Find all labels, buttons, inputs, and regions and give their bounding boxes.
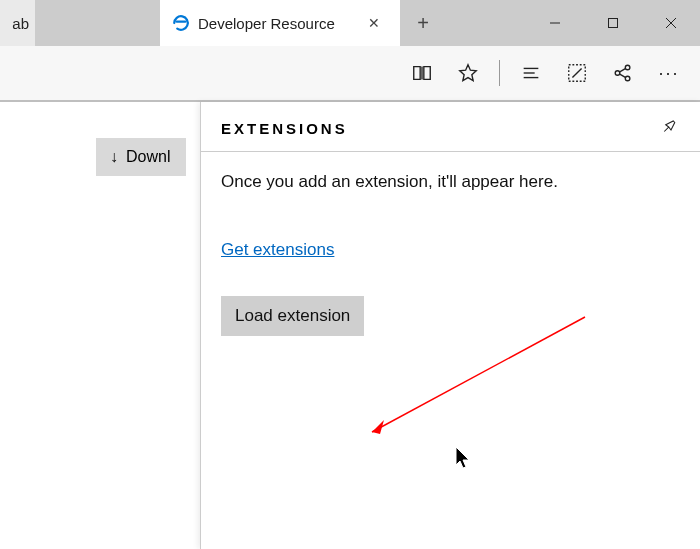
book-icon [411,62,433,84]
extensions-panel: EXTENSIONS Once you add an extension, it… [200,102,700,549]
window-controls [526,0,700,46]
download-icon: ↓ [110,148,118,166]
pin-icon [662,118,680,136]
more-icon: ··· [658,63,679,84]
hub-icon [520,62,542,84]
web-note-button[interactable] [556,52,598,94]
panel-body: Once you add an extension, it'll appear … [201,152,700,356]
download-button[interactable]: ↓ Downl [96,138,186,176]
maximize-icon [607,17,619,29]
tab-active[interactable]: Developer Resource ✕ [160,0,400,46]
new-tab-button[interactable]: + [400,0,446,46]
toolbar: ··· [0,46,700,100]
tab-gap [35,0,160,46]
tab-active-title: Developer Resource [198,15,352,32]
svg-rect-1 [609,19,618,28]
titlebar-spacer [446,0,526,46]
panel-header: EXTENSIONS [201,102,700,152]
minimize-button[interactable] [526,0,584,46]
download-label: Downl [126,148,170,166]
maximize-button[interactable] [584,0,642,46]
content-area: ↓ Downl EXTENSIONS Once you add an exten… [0,100,700,549]
close-icon [665,17,677,29]
star-icon [457,62,479,84]
get-extensions-link[interactable]: Get extensions [221,240,334,260]
share-icon [612,62,634,84]
favorites-button[interactable] [447,52,489,94]
reading-view-button[interactable] [401,52,443,94]
toolbar-divider [499,60,500,86]
hub-button[interactable] [510,52,552,94]
edge-logo-icon [172,14,190,32]
svg-line-11 [619,68,625,72]
share-button[interactable] [602,52,644,94]
load-extension-button[interactable]: Load extension [221,296,364,336]
more-button[interactable]: ··· [648,52,690,94]
tab-partial-label: ab [12,15,29,32]
svg-point-10 [625,76,630,81]
panel-title: EXTENSIONS [221,120,348,137]
svg-point-9 [625,65,630,70]
pen-icon [566,62,588,84]
close-window-button[interactable] [642,0,700,46]
plus-icon: + [417,12,429,35]
pin-button[interactable] [662,118,680,139]
minimize-icon [549,17,561,29]
svg-point-8 [615,71,620,76]
tab-close-icon[interactable]: ✕ [360,15,388,31]
titlebar: ab Developer Resource ✕ + [0,0,700,46]
svg-line-12 [619,74,625,78]
panel-message: Once you add an extension, it'll appear … [221,172,680,192]
tab-partial-left[interactable]: ab [0,0,35,46]
